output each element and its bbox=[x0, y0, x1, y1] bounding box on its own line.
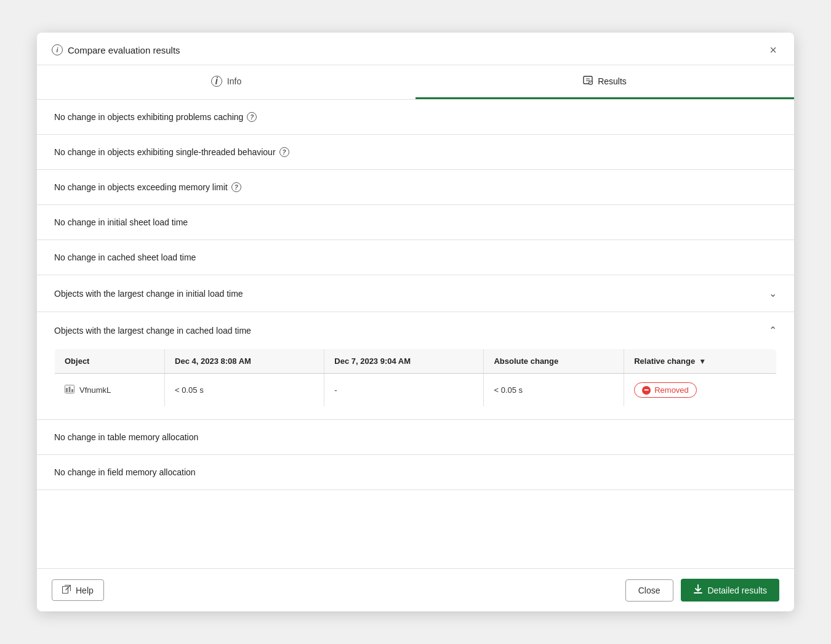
cell-date2: - bbox=[324, 374, 484, 407]
svg-rect-8 bbox=[71, 389, 73, 392]
section-memory-limit-label: No change in objects exceeding memory li… bbox=[54, 182, 241, 192]
tab-results[interactable]: Results bbox=[416, 65, 794, 99]
col-date2: Dec 7, 2023 9:04 AM bbox=[324, 349, 484, 374]
section-caching: No change in objects exhibiting problems… bbox=[37, 100, 794, 135]
tab-bar: i Info Results bbox=[37, 65, 794, 100]
footer-actions: Close Detailed results bbox=[625, 579, 779, 602]
caching-help-icon[interactable]: ? bbox=[247, 112, 257, 122]
info-tab-icon: i bbox=[211, 76, 222, 87]
compare-evaluation-dialog: i Compare evaluation results × i Info Re… bbox=[37, 33, 794, 611]
section-single-threaded-label: No change in objects exhibiting single-t… bbox=[54, 147, 289, 157]
table-row: VfnumkL < 0.05 s - < 0.05 s bbox=[55, 374, 777, 407]
section-cached-load: No change in cached sheet load time bbox=[37, 240, 794, 275]
download-icon bbox=[693, 584, 703, 596]
removed-dot-icon: ━ bbox=[642, 386, 651, 395]
col-absolute: Absolute change bbox=[484, 349, 624, 374]
sort-arrow-icon: ▼ bbox=[699, 357, 706, 366]
tab-info-label: Info bbox=[227, 76, 241, 86]
section-table-memory: No change in table memory allocation bbox=[37, 420, 794, 455]
removed-badge: ━ Removed bbox=[634, 382, 697, 398]
section-largest-cached: Objects with the largest change in cache… bbox=[37, 312, 794, 420]
section-memory-limit: No change in objects exceeding memory li… bbox=[37, 170, 794, 205]
dialog-footer: Help Close Detailed results bbox=[37, 568, 794, 611]
cell-relative: ━ Removed bbox=[624, 374, 777, 407]
cell-object: VfnumkL bbox=[55, 374, 165, 407]
section-field-memory: No change in field memory allocation bbox=[37, 455, 794, 490]
largest-cached-header[interactable]: Objects with the largest change in cache… bbox=[37, 312, 794, 348]
section-initial-load: No change in initial sheet load time bbox=[37, 205, 794, 240]
section-largest-initial[interactable]: Objects with the largest change in initi… bbox=[37, 275, 794, 312]
cached-table-wrapper: Object Dec 4, 2023 8:08 AM Dec 7, 2023 9… bbox=[37, 348, 794, 419]
col-date1: Dec 4, 2023 8:08 AM bbox=[165, 349, 324, 374]
svg-rect-7 bbox=[69, 387, 71, 392]
tab-results-label: Results bbox=[598, 76, 627, 86]
largest-cached-chevron: ⌃ bbox=[769, 324, 777, 336]
svg-rect-9 bbox=[63, 587, 68, 594]
svg-rect-6 bbox=[66, 388, 68, 392]
dialog-title-text: Compare evaluation results bbox=[68, 45, 180, 55]
section-caching-label: No change in objects exhibiting problems… bbox=[54, 112, 257, 122]
close-button[interactable]: Close bbox=[625, 579, 673, 602]
dialog-header: i Compare evaluation results × bbox=[37, 33, 794, 65]
detailed-results-button[interactable]: Detailed results bbox=[681, 579, 780, 602]
largest-initial-chevron: ⌄ bbox=[769, 288, 777, 299]
section-single-threaded: No change in objects exhibiting single-t… bbox=[37, 135, 794, 170]
col-relative[interactable]: Relative change ▼ bbox=[624, 349, 777, 374]
single-threaded-help-icon[interactable]: ? bbox=[279, 147, 289, 157]
cell-date1: < 0.05 s bbox=[165, 374, 324, 407]
cell-absolute: < 0.05 s bbox=[484, 374, 624, 407]
help-button[interactable]: Help bbox=[52, 579, 104, 601]
col-object: Object bbox=[55, 349, 165, 374]
memory-limit-help-icon[interactable]: ? bbox=[231, 182, 241, 192]
cached-load-table: Object Dec 4, 2023 8:08 AM Dec 7, 2023 9… bbox=[54, 348, 777, 407]
tab-info[interactable]: i Info bbox=[37, 65, 416, 99]
dialog-content: No change in objects exhibiting problems… bbox=[37, 100, 794, 568]
dialog-title: i Compare evaluation results bbox=[52, 44, 180, 55]
bar-chart-icon bbox=[65, 385, 74, 395]
help-external-icon bbox=[62, 585, 71, 595]
title-info-icon: i bbox=[52, 44, 63, 55]
close-dialog-button[interactable]: × bbox=[767, 44, 779, 56]
results-tab-icon bbox=[583, 75, 593, 87]
